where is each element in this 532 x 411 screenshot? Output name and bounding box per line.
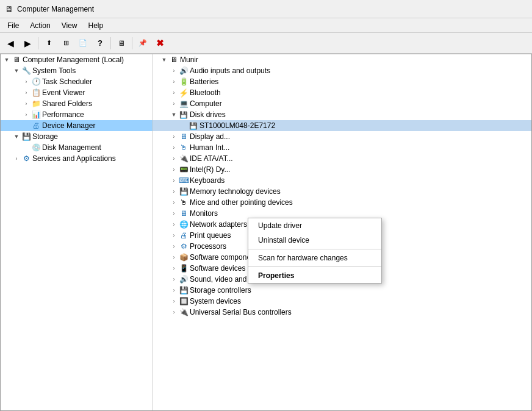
- tree-item-services-applications[interactable]: › ⚙ Services and Applications: [1, 153, 153, 164]
- expand-icon-storage: ▼: [12, 132, 21, 141]
- right-expand-bluetooth: ›: [169, 88, 179, 98]
- system-tools-icon: 🔧: [21, 66, 31, 76]
- right-expand-computer: ›: [169, 99, 179, 109]
- expand-icon-disk-management: [21, 143, 31, 152]
- add-button[interactable]: 📌: [135, 35, 151, 51]
- right-sound-icon: 🔊: [179, 274, 189, 284]
- context-menu-scan[interactable]: Scan for hardware changes: [248, 251, 381, 265]
- right-item-intel[interactable]: › 📟 Intel(R) Dy...: [153, 164, 531, 175]
- expand-icon-performance: ›: [21, 110, 31, 120]
- right-item-keyboards[interactable]: › ⌨ Keyboards: [153, 175, 531, 186]
- right-item-mice[interactable]: › 🖱 Mice and other pointing devices: [153, 197, 531, 208]
- right-storage-controllers-icon: 💾: [179, 285, 189, 295]
- right-item-display[interactable]: › 🖥 Display ad...: [153, 131, 531, 142]
- menu-view[interactable]: View: [57, 20, 82, 31]
- right-expand-intel: ›: [169, 165, 179, 174]
- right-expand-sound: ›: [169, 274, 179, 284]
- monitor-button[interactable]: 🖥: [113, 35, 129, 51]
- expand-icon-shared-folders: ›: [21, 99, 31, 109]
- right-memory-icon: 💾: [179, 187, 189, 196]
- menu-help[interactable]: Help: [84, 20, 109, 31]
- performance-icon: 📊: [31, 110, 41, 120]
- tree-item-system-tools[interactable]: ▼ 🔧 System Tools: [1, 65, 153, 76]
- right-item-ide[interactable]: › 🔌 IDE ATA/AT...: [153, 153, 531, 164]
- right-intel-label: Intel(R) Dy...: [190, 165, 230, 174]
- right-keyboards-label: Keyboards: [190, 176, 225, 185]
- tree-item-shared-folders[interactable]: › 📁 Shared Folders: [1, 98, 153, 109]
- properties-button[interactable]: 📄: [75, 35, 91, 51]
- context-menu-update-driver[interactable]: Update driver: [248, 218, 381, 233]
- storage-label: Storage: [32, 132, 58, 141]
- device-manager-icon: 🖨: [31, 121, 41, 130]
- left-panel: ▼ 🖥 Computer Management (Local) ▼ 🔧 Syst…: [1, 54, 153, 410]
- right-expand-system-devices: ›: [169, 296, 179, 306]
- help-button[interactable]: ?: [92, 35, 108, 51]
- right-expand-st1000: [179, 121, 189, 130]
- back-button[interactable]: ◀: [2, 35, 18, 51]
- expand-icon-event-viewer: ›: [21, 88, 31, 98]
- right-expand-ide: ›: [169, 154, 179, 163]
- menu-file[interactable]: File: [2, 20, 24, 31]
- right-item-batteries[interactable]: › 🔋 Batteries: [153, 76, 531, 87]
- right-expand-audio: ›: [169, 66, 179, 76]
- right-print-label: Print queues: [190, 231, 231, 240]
- right-item-audio[interactable]: › 🔊 Audio inputs and outputs: [153, 65, 531, 76]
- tree-item-root[interactable]: ▼ 🖥 Computer Management (Local): [1, 54, 153, 65]
- right-software-components-icon: 📦: [179, 252, 189, 262]
- toolbar-separator-3: [132, 37, 132, 49]
- root-label: Computer Management (Local): [23, 55, 124, 64]
- toolbar: ◀ ▶ ⬆ ⊞ 📄 ? 🖥 📌 ✖: [0, 33, 532, 54]
- right-st1000-icon: 💾: [189, 121, 198, 130]
- right-item-st1000[interactable]: 💾 ST1000LM048-2E7172: [153, 120, 531, 131]
- right-item-disk-drives[interactable]: ▼ 💾 Disk drives: [153, 109, 531, 120]
- tree-item-disk-management[interactable]: 💿 Disk Management: [1, 142, 153, 153]
- right-expand-print: ›: [169, 231, 179, 240]
- context-menu-uninstall[interactable]: Uninstall device: [248, 233, 381, 248]
- root-icon: 🖥: [12, 55, 21, 65]
- right-expand-memory: ›: [169, 187, 179, 196]
- expand-icon-system-tools: ▼: [12, 66, 21, 76]
- task-scheduler-icon: 🕐: [31, 77, 41, 87]
- right-expand-display: ›: [169, 132, 179, 141]
- right-item-usb[interactable]: › 🔌 Universal Serial Bus controllers: [153, 307, 531, 318]
- tree-item-device-manager[interactable]: 🖨 Device Manager: [1, 120, 153, 131]
- right-expand-root: ▼: [159, 55, 169, 65]
- right-computer-label: Computer: [190, 99, 222, 108]
- right-software-devices-icon: 📱: [179, 263, 189, 273]
- right-hid-label: Human Int...: [190, 143, 229, 152]
- right-root-label: Munir: [180, 55, 198, 64]
- right-usb-label: Universal Serial Bus controllers: [190, 308, 292, 316]
- right-network-label: Network adapters: [190, 220, 247, 229]
- toolbar-separator-1: [38, 37, 38, 49]
- app-icon: 🖥: [5, 4, 13, 14]
- event-viewer-icon: 📋: [31, 88, 41, 98]
- right-audio-icon: 🔊: [179, 66, 189, 76]
- right-item-storage-controllers[interactable]: › 💾 Storage controllers: [153, 285, 531, 296]
- tree-item-performance[interactable]: › 📊 Performance: [1, 109, 153, 120]
- right-item-bluetooth[interactable]: › ⚡ Bluetooth: [153, 87, 531, 98]
- tree-item-storage[interactable]: ▼ 💾 Storage: [1, 131, 153, 142]
- right-panel: ▼ 🖥 Munir › 🔊 Audio inputs and outputs ›…: [153, 54, 531, 410]
- system-tools-label: System Tools: [32, 66, 76, 75]
- right-tree-root[interactable]: ▼ 🖥 Munir: [153, 54, 531, 65]
- tree-item-event-viewer[interactable]: › 📋 Event Viewer: [1, 87, 153, 98]
- up-button[interactable]: ⬆: [41, 35, 57, 51]
- context-menu-separator-1: [248, 249, 381, 249]
- expand-icon-services: ›: [12, 154, 21, 163]
- right-item-computer[interactable]: › 💻 Computer: [153, 98, 531, 109]
- tree-item-task-scheduler[interactable]: › 🕐 Task Scheduler: [1, 76, 153, 87]
- right-expand-mice: ›: [169, 198, 179, 207]
- forward-button[interactable]: ▶: [20, 35, 35, 51]
- right-item-system-devices[interactable]: › 🔲 System devices: [153, 296, 531, 307]
- right-expand-storage-controllers: ›: [169, 285, 179, 295]
- delete-button[interactable]: ✖: [152, 35, 168, 51]
- menu-action[interactable]: Action: [25, 20, 55, 31]
- right-system-devices-label: System devices: [190, 297, 241, 306]
- services-label: Services and Applications: [32, 154, 116, 163]
- show-tree-button[interactable]: ⊞: [58, 35, 74, 51]
- right-expand-software-components: ›: [169, 252, 179, 262]
- context-menu-properties[interactable]: Properties: [248, 268, 381, 283]
- right-item-hid[interactable]: › 🖱 Human Int...: [153, 142, 531, 153]
- right-item-memory[interactable]: › 💾 Memory technology devices: [153, 186, 531, 197]
- right-ide-icon: 🔌: [179, 154, 189, 163]
